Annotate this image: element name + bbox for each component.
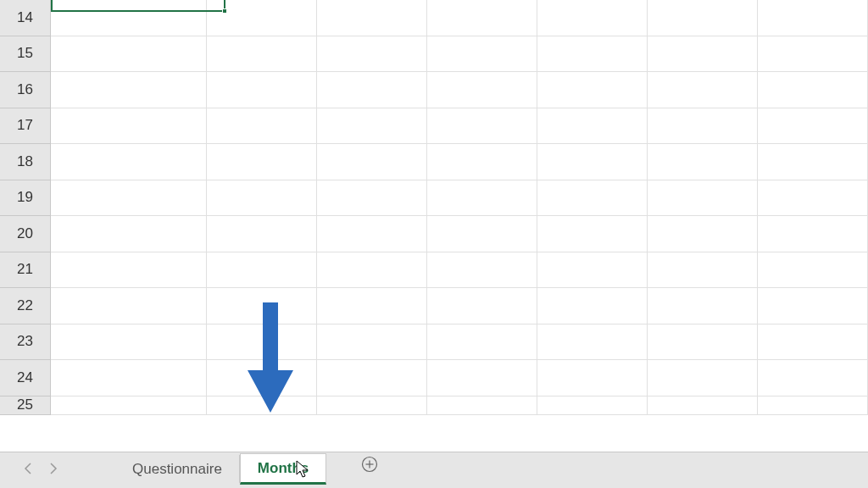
cell[interactable] <box>648 144 758 180</box>
cell[interactable] <box>537 72 648 108</box>
cell[interactable] <box>51 36 207 73</box>
cell[interactable] <box>317 396 427 415</box>
cell[interactable] <box>207 252 317 289</box>
cell[interactable] <box>758 216 868 252</box>
cell[interactable] <box>648 288 758 324</box>
cell[interactable] <box>758 72 868 108</box>
cell[interactable] <box>207 36 317 73</box>
cell[interactable] <box>207 396 317 415</box>
fill-handle[interactable] <box>222 8 227 14</box>
cell[interactable] <box>207 288 317 324</box>
cell[interactable] <box>648 252 758 289</box>
cell[interactable] <box>317 36 427 73</box>
row-header[interactable]: 16 <box>0 72 51 108</box>
row-header[interactable]: 15 <box>0 36 51 73</box>
cell[interactable] <box>317 324 427 361</box>
cell[interactable] <box>537 144 648 180</box>
cell[interactable] <box>648 72 758 108</box>
cell[interactable] <box>317 360 427 396</box>
cell[interactable] <box>758 360 868 396</box>
cell[interactable] <box>427 216 537 252</box>
cell[interactable] <box>537 288 648 324</box>
cell[interactable] <box>537 396 648 415</box>
cell[interactable] <box>317 0 427 36</box>
cell[interactable] <box>207 144 317 180</box>
cell[interactable] <box>758 144 868 180</box>
cell[interactable] <box>207 0 317 36</box>
cell[interactable] <box>427 108 537 145</box>
cell[interactable] <box>207 324 317 361</box>
cell[interactable] <box>317 72 427 108</box>
cell[interactable] <box>537 0 648 36</box>
cell[interactable] <box>207 108 317 145</box>
cell[interactable] <box>758 396 868 415</box>
cell[interactable] <box>51 396 207 415</box>
cell[interactable] <box>537 36 648 73</box>
cell[interactable] <box>427 360 537 396</box>
cell[interactable] <box>51 360 207 396</box>
cell[interactable] <box>207 360 317 396</box>
cell[interactable] <box>648 216 758 252</box>
cell[interactable] <box>317 144 427 180</box>
cell[interactable] <box>207 216 317 252</box>
row-header[interactable]: 25 <box>0 396 51 415</box>
cell[interactable] <box>51 180 207 217</box>
cell[interactable] <box>648 396 758 415</box>
cell[interactable] <box>758 0 868 36</box>
cell[interactable] <box>51 216 207 252</box>
sheet-tab-months[interactable]: Months <box>240 453 326 485</box>
cell[interactable] <box>758 180 868 217</box>
cell[interactable] <box>427 36 537 73</box>
cell[interactable] <box>207 72 317 108</box>
cell[interactable] <box>317 252 427 289</box>
cell[interactable] <box>427 144 537 180</box>
add-sheet-button[interactable] <box>360 455 379 474</box>
cell[interactable] <box>51 0 207 36</box>
cells-area[interactable] <box>51 0 868 452</box>
row-header[interactable]: 23 <box>0 324 51 361</box>
tab-nav-prev-icon[interactable] <box>24 463 32 474</box>
cell[interactable] <box>51 108 207 145</box>
cell[interactable] <box>51 252 207 289</box>
cell[interactable] <box>537 108 648 145</box>
cell[interactable] <box>317 216 427 252</box>
cell[interactable] <box>427 252 537 289</box>
cell[interactable] <box>427 180 537 217</box>
cell[interactable] <box>51 72 207 108</box>
row-header[interactable]: 24 <box>0 360 51 396</box>
cell[interactable] <box>648 324 758 361</box>
cell[interactable] <box>758 36 868 73</box>
cell[interactable] <box>427 288 537 324</box>
spreadsheet-grid[interactable]: 14 15 16 17 18 19 20 21 22 23 24 25 <box>0 0 868 452</box>
cell[interactable] <box>537 252 648 289</box>
cell[interactable] <box>51 144 207 180</box>
cell[interactable] <box>317 180 427 217</box>
row-header[interactable]: 19 <box>0 180 51 217</box>
cell[interactable] <box>51 324 207 361</box>
cell[interactable] <box>537 180 648 217</box>
row-header[interactable]: 21 <box>0 252 51 289</box>
sheet-tab-questionnaire[interactable]: Questionnaire <box>115 455 240 483</box>
cell[interactable] <box>317 108 427 145</box>
cell[interactable] <box>207 180 317 217</box>
row-header[interactable]: 20 <box>0 216 51 252</box>
cell[interactable] <box>648 36 758 73</box>
tab-nav-next-icon[interactable] <box>49 463 58 474</box>
cell[interactable] <box>427 0 537 36</box>
cell[interactable] <box>758 252 868 289</box>
cell[interactable] <box>537 324 648 361</box>
cell[interactable] <box>648 180 758 217</box>
cell[interactable] <box>648 0 758 36</box>
cell[interactable] <box>648 108 758 145</box>
cell[interactable] <box>537 216 648 252</box>
cell[interactable] <box>51 288 207 324</box>
cell[interactable] <box>427 324 537 361</box>
cell[interactable] <box>537 360 648 396</box>
row-header[interactable]: 22 <box>0 288 51 324</box>
row-header[interactable]: 17 <box>0 108 51 145</box>
row-header[interactable]: 18 <box>0 144 51 180</box>
cell[interactable] <box>317 288 427 324</box>
cell[interactable] <box>648 360 758 396</box>
row-header[interactable]: 14 <box>0 0 51 36</box>
cell[interactable] <box>427 396 537 415</box>
